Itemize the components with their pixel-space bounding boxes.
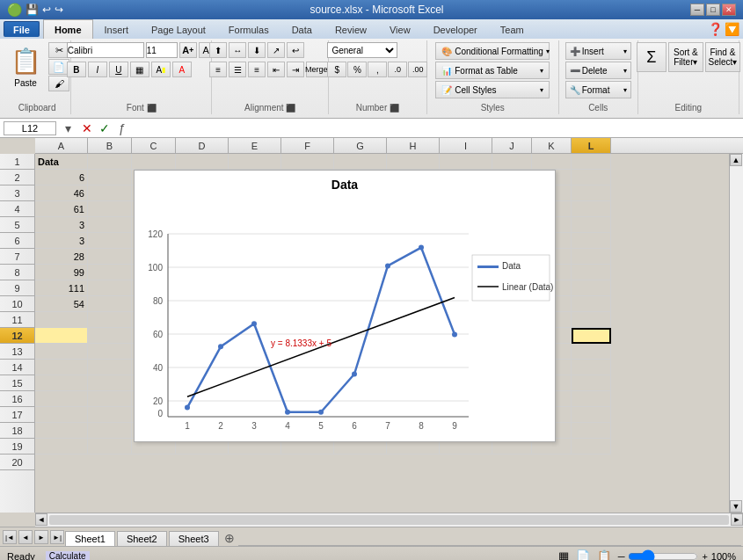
italic-button[interactable]: I — [88, 62, 107, 77]
fill-color-button[interactable]: A▮ — [151, 62, 171, 77]
cell-a6[interactable]: 3 — [35, 233, 88, 249]
tab-home[interactable]: Home — [43, 19, 93, 39]
row-header-10[interactable]: 10 — [0, 296, 34, 312]
cell-a10[interactable]: 54 — [35, 296, 88, 312]
tab-nav-prev[interactable]: ◄ — [18, 530, 33, 544]
cell-a8[interactable]: 99 — [35, 265, 88, 280]
col-header-j[interactable]: J — [492, 138, 532, 153]
tab-file[interactable]: File — [4, 21, 40, 37]
sheet-tab-2[interactable]: Sheet2 — [117, 531, 167, 546]
cancel-formula-icon[interactable]: ✕ — [79, 120, 95, 136]
zoom-out-icon[interactable]: ─ — [618, 551, 625, 561]
row-header-12[interactable]: 12 — [0, 328, 34, 344]
row-header-6[interactable]: 6 — [0, 233, 34, 249]
tab-page-layout[interactable]: Page Layout — [140, 19, 217, 39]
col-header-l[interactable]: L — [572, 138, 611, 153]
row-header-11[interactable]: 11 — [0, 312, 34, 328]
row-header-16[interactable]: 16 — [0, 391, 34, 407]
col-header-e[interactable]: E — [229, 138, 281, 153]
cell-a4[interactable]: 61 — [35, 201, 88, 217]
cell-k1[interactable] — [532, 154, 572, 170]
font-name-select[interactable] — [67, 42, 144, 58]
col-header-k[interactable]: K — [532, 138, 572, 153]
undo-btn[interactable]: ↩ — [42, 4, 51, 16]
minimize-button[interactable]: ─ — [690, 4, 704, 16]
cell-f1[interactable] — [281, 154, 334, 170]
cell-i1[interactable] — [440, 154, 492, 170]
number-format-select[interactable]: General Number Currency Percentage — [327, 42, 397, 58]
formula-input[interactable] — [134, 121, 739, 135]
find-select-button[interactable]: Find &Select▾ — [705, 42, 740, 72]
row-header-19[interactable]: 19 — [0, 439, 34, 455]
tab-data[interactable]: Data — [280, 19, 324, 39]
cell-a1[interactable]: Data — [35, 154, 88, 170]
cell-l4[interactable] — [572, 201, 611, 217]
row-header-13[interactable]: 13 — [0, 344, 34, 360]
cell-l12[interactable] — [572, 328, 611, 344]
comma-format-btn[interactable]: , — [368, 62, 387, 77]
tab-view[interactable]: View — [378, 19, 422, 39]
tab-review[interactable]: Review — [324, 19, 378, 39]
col-header-h[interactable]: H — [387, 138, 440, 153]
text-angle-button[interactable]: ↗ — [267, 42, 285, 58]
font-size-increase[interactable]: A+ — [179, 42, 197, 58]
horizontal-scrollbar[interactable]: ◄ ► — [35, 513, 743, 527]
cell-b3[interactable] — [88, 185, 132, 201]
page-layout-view-icon[interactable]: 📄 — [576, 549, 590, 560]
wrap-text-button[interactable]: ↩ — [287, 42, 304, 58]
cell-b1[interactable] — [88, 154, 132, 170]
decrease-indent-button[interactable]: ⇤ — [267, 62, 285, 77]
cell-a5[interactable]: 3 — [35, 217, 88, 233]
normal-view-icon[interactable]: ▦ — [558, 549, 569, 560]
cell-l2[interactable] — [572, 170, 611, 185]
col-header-a[interactable]: A — [35, 138, 88, 153]
row-header-3[interactable]: 3 — [0, 185, 34, 201]
sheet-tab-3[interactable]: Sheet3 — [169, 531, 219, 546]
row-header-14[interactable]: 14 — [0, 360, 34, 375]
accounting-format-btn[interactable]: $ — [327, 62, 346, 77]
zoom-in-icon[interactable]: + — [702, 551, 707, 561]
cell-c1[interactable] — [132, 154, 176, 170]
sheet-tab-1[interactable]: Sheet1 — [65, 531, 115, 546]
cell-e1[interactable] — [229, 154, 281, 170]
conditional-formatting-button[interactable]: 🎨 Conditional Formatting ▾ — [435, 42, 550, 60]
row-header-4[interactable]: 4 — [0, 201, 34, 217]
tab-nav-last[interactable]: ►| — [50, 530, 64, 544]
cell-b2[interactable] — [88, 170, 132, 185]
underline-button[interactable]: U — [109, 62, 128, 77]
percent-format-btn[interactable]: % — [347, 62, 367, 77]
tab-formulas[interactable]: Formulas — [217, 19, 280, 39]
cell-d1[interactable] — [176, 154, 229, 170]
tab-developer[interactable]: Developer — [422, 19, 489, 39]
tab-nav-first[interactable]: |◄ — [3, 530, 17, 544]
align-bottom-button[interactable]: ⬇ — [248, 42, 266, 58]
cell-g1[interactable] — [334, 154, 387, 170]
confirm-formula-icon[interactable]: ✓ — [97, 120, 113, 136]
cell-l1[interactable] — [572, 154, 611, 170]
col-header-f[interactable]: F — [281, 138, 334, 153]
sort-filter-button[interactable]: Sort &Filter▾ — [668, 42, 703, 72]
row-header-1[interactable]: 1 — [0, 154, 34, 170]
font-color-button[interactable]: A — [172, 62, 192, 77]
add-sheet-button[interactable]: ⊕ — [221, 530, 238, 546]
align-center-button[interactable]: ☰ — [229, 62, 246, 77]
quick-save[interactable]: 💾 — [25, 4, 39, 16]
close-button[interactable]: ✕ — [722, 4, 736, 16]
border-button[interactable]: ▦ — [130, 62, 149, 77]
tab-team[interactable]: Team — [489, 19, 535, 39]
row-header-2[interactable]: 2 — [0, 170, 34, 185]
row-header-17[interactable]: 17 — [0, 407, 34, 423]
row-header-18[interactable]: 18 — [0, 423, 34, 439]
redo-btn[interactable]: ↪ — [55, 4, 63, 16]
zoom-slider[interactable] — [628, 551, 698, 561]
help-icon[interactable]: ❓ — [708, 22, 723, 36]
chart[interactable]: Data 120 100 80 60 40 20 0 — [134, 170, 556, 442]
tab-insert[interactable]: Insert — [93, 19, 141, 39]
cell-a11[interactable] — [35, 312, 88, 328]
cell-a3[interactable]: 46 — [35, 185, 88, 201]
cell-b4[interactable] — [88, 201, 132, 217]
minimize-ribbon-icon[interactable]: 🔽 — [725, 22, 739, 36]
cell-l3[interactable] — [572, 185, 611, 201]
row-header-20[interactable]: 20 — [0, 455, 34, 470]
font-size-select[interactable] — [146, 42, 178, 58]
